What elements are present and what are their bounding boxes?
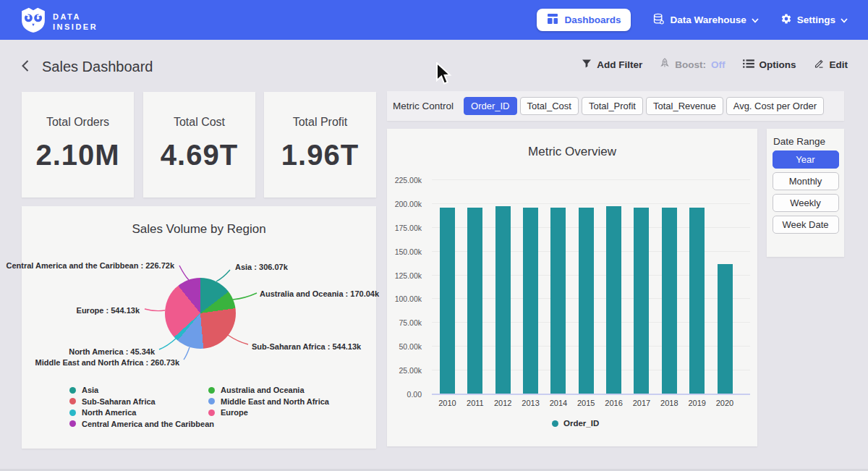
legend-label: Europe — [221, 408, 248, 417]
bar-2013[interactable] — [523, 208, 538, 394]
leader-line — [233, 293, 257, 300]
dashboards-icon — [547, 13, 558, 27]
y-axis-tick: 125.00k — [388, 271, 422, 280]
pie-legend-australia-and-oceania[interactable]: Australia and Oceania — [208, 386, 305, 394]
kpi-title: Total Cost — [143, 116, 255, 129]
pie-legend-asia[interactable]: Asia — [69, 386, 98, 394]
bar-2019[interactable] — [689, 208, 705, 394]
leader-line — [228, 335, 248, 344]
bar-2020[interactable] — [718, 264, 733, 394]
list-icon — [743, 59, 754, 71]
legend-dot — [208, 387, 215, 394]
x-axis-tick-2012: 2012 — [488, 399, 517, 407]
legend-dot — [208, 398, 215, 404]
legend-label: North America — [82, 408, 136, 417]
bar-2014[interactable] — [550, 208, 566, 394]
pie-label-asia: Asia : 306.07k — [235, 263, 288, 271]
x-axis-tick-2014: 2014 — [544, 399, 573, 407]
rocket-icon — [660, 58, 670, 71]
pie-legend-north-america[interactable]: North America — [69, 408, 136, 417]
edit-button[interactable]: Edit — [814, 58, 848, 71]
chevron-down-icon — [841, 14, 848, 25]
x-axis-tick-2019: 2019 — [683, 399, 712, 407]
header-actions: Add Filter Boost: Off Options — [582, 58, 848, 71]
kpi-card-total-cost: Total Cost 4.69T — [143, 92, 255, 198]
legend-label: Australia and Oceania — [221, 386, 305, 394]
boost-toggle[interactable]: Boost: Off — [660, 58, 725, 71]
y-axis-tick: 100.00k — [388, 294, 422, 303]
pie-label-sub-saharan-africa: Sub-Saharan Africa : 544.13k — [252, 342, 361, 351]
date-range-year[interactable]: Year — [773, 150, 839, 169]
bar-chart-legend[interactable]: Order_ID — [552, 419, 599, 428]
kpi-value: 1.96T — [264, 139, 376, 171]
metric-button-order-id[interactable]: Order_ID — [464, 97, 516, 115]
filter-icon — [582, 59, 592, 71]
settings-menu[interactable]: Settings — [780, 13, 848, 27]
x-axis-tick-2020: 2020 — [710, 399, 739, 407]
pie-legend-central-america-and-the-caribbean[interactable]: Central America and the Caribbean — [69, 420, 214, 428]
date-range-weekly[interactable]: Weekly — [773, 194, 839, 212]
legend-dot — [69, 398, 76, 404]
legend-label: Central America and the Caribbean — [82, 420, 214, 428]
legend-dot — [69, 387, 76, 394]
bar-2015[interactable] — [579, 208, 594, 394]
bar-2011[interactable] — [467, 208, 482, 394]
x-axis-tick-2017: 2017 — [627, 399, 656, 407]
pie-label-australia-and-oceania: Australia and Oceania : 170.04k — [260, 289, 379, 298]
add-filter-button[interactable]: Add Filter — [582, 59, 642, 71]
kpi-value: 4.69T — [143, 139, 255, 171]
dashboards-button[interactable]: Dashboards — [537, 9, 631, 31]
pie-label-north-america: North America : 45.34k — [69, 347, 155, 356]
pencil-icon — [814, 58, 825, 71]
metric-button-avg-cost-per-order[interactable]: Avg. Cost per Order — [726, 97, 824, 115]
y-axis-tick: 150.00k — [388, 247, 422, 256]
pie-legend-sub-saharan-africa[interactable]: Sub-Saharan Africa — [69, 397, 156, 406]
pie-label-middle-east-and-north-africa: Middle East and North Africa : 260.73k — [35, 358, 179, 367]
kpi-title: Total Orders — [22, 116, 134, 129]
y-axis-tick: 200.00k — [388, 200, 422, 208]
brand-logo[interactable]: DATA INSIDER — [20, 7, 98, 36]
legend-label: Sub-Saharan Africa — [82, 397, 156, 406]
kpi-value: 2.10M — [22, 139, 134, 171]
bar-2018[interactable] — [662, 208, 677, 394]
metric-button-total-cost[interactable]: Total_Cost — [520, 97, 579, 115]
kpi-title: Total Profit — [264, 116, 376, 129]
date-range-label: Date Range — [773, 136, 844, 147]
y-axis-tick: 25.00k — [388, 366, 422, 375]
y-axis-tick: 75.00k — [388, 318, 422, 327]
leader-line — [159, 339, 176, 349]
chevron-down-icon — [752, 14, 759, 25]
bar-2012[interactable] — [495, 206, 511, 394]
bar-2017[interactable] — [634, 208, 649, 394]
data-warehouse-menu[interactable]: Data Warehouse — [652, 13, 758, 27]
metric-button-total-revenue[interactable]: Total_Revenue — [646, 97, 723, 115]
boost-status: Off — [711, 59, 726, 70]
metric-button-total-profit[interactable]: Total_Profit — [582, 97, 643, 115]
cursor-pointer — [435, 62, 453, 91]
owl-logo-icon — [20, 7, 46, 36]
bar-2010[interactable] — [440, 208, 455, 394]
y-axis-tick: 225.00k — [388, 176, 422, 184]
legend-dot — [552, 420, 558, 427]
y-axis-tick: 175.00k — [388, 224, 422, 232]
pie-legend-middle-east-and-north-africa[interactable]: Middle East and North Africa — [208, 397, 329, 406]
x-axis-tick-2015: 2015 — [571, 399, 600, 407]
back-button[interactable] — [20, 59, 30, 75]
date-range-week-date[interactable]: Week Date — [773, 216, 839, 234]
leader-line — [184, 347, 190, 360]
page-title: Sales Dashboard — [42, 59, 153, 75]
y-axis-tick: 0.00 — [388, 390, 422, 399]
metric-overview-panel: Metric Overview 225.00k200.00k175.00k150… — [387, 129, 757, 446]
metric-control-label: Metric Control — [393, 101, 454, 111]
gridline — [432, 203, 750, 204]
sales-volume-panel: Sales Volume by Region Asia : 306.07kAus… — [22, 206, 376, 449]
legend-dot — [69, 420, 76, 427]
date-range-monthly[interactable]: Monthly — [773, 172, 839, 190]
x-axis-tick-2013: 2013 — [516, 399, 545, 407]
pie-legend-europe[interactable]: Europe — [208, 408, 248, 417]
legend-dot — [69, 410, 76, 416]
y-axis-tick: 50.00k — [388, 342, 422, 351]
bar-2016[interactable] — [606, 206, 621, 394]
options-button[interactable]: Options — [743, 59, 796, 71]
metric-buttons: Order_IDTotal_CostTotal_ProfitTotal_Reve… — [464, 97, 824, 115]
